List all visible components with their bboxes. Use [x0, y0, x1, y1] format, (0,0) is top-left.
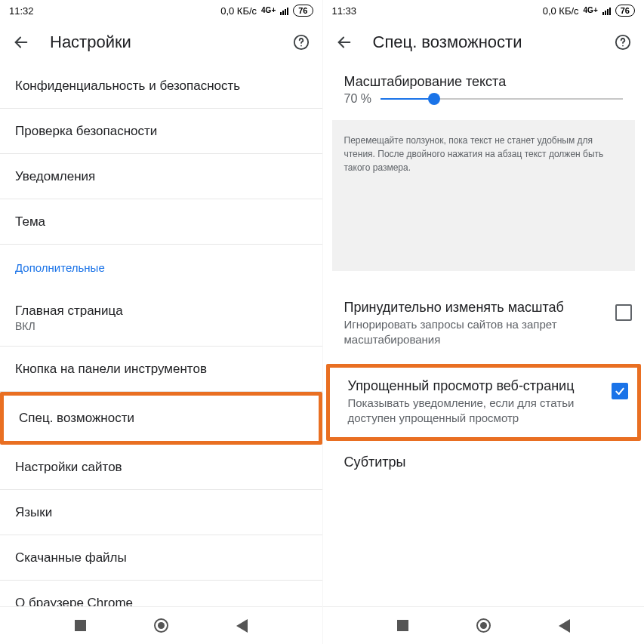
- setting-row-force-zoom[interactable]: Принудительно изменять масштаб Игнориров…: [323, 289, 645, 359]
- page-title: Спец. возможности: [373, 32, 595, 52]
- status-bar: 11:33 0,0 КБ/с 4G+ 76: [323, 0, 645, 21]
- settings-category-advanced: Дополнительные: [0, 245, 322, 290]
- status-network: 4G+: [261, 7, 276, 14]
- setting-title: Субтитры: [344, 454, 633, 470]
- nav-home-icon[interactable]: [476, 618, 491, 633]
- help-icon[interactable]: [291, 32, 312, 53]
- category-label: Дополнительные: [15, 261, 307, 274]
- app-bar: Настройки: [0, 21, 322, 63]
- setting-title: Упрощенный просмотр веб-страниц: [348, 378, 603, 394]
- settings-row-privacy[interactable]: Конфиденциальность и безопасность: [0, 63, 322, 109]
- status-data-rate: 0,0 КБ/с: [543, 5, 579, 17]
- settings-row-toolbar-button[interactable]: Кнопка на панели инструментов: [0, 347, 322, 392]
- setting-sub: Показывать уведомление, если для статьи …: [348, 396, 603, 427]
- settings-row-about[interactable]: О браузере Chrome: [0, 581, 322, 606]
- settings-row-homepage[interactable]: Главная страница ВКЛ: [0, 290, 322, 347]
- signal-icon: [280, 6, 288, 15]
- settings-row-languages[interactable]: Языки: [0, 490, 322, 535]
- highlight-accessibility: Спец. возможности: [0, 392, 322, 445]
- settings-row-accessibility[interactable]: Спец. возможности: [4, 396, 319, 441]
- text-scaling-slider[interactable]: [381, 91, 623, 106]
- row-label: Языки: [15, 505, 307, 520]
- settings-row-site-settings[interactable]: Настройки сайтов: [0, 445, 322, 490]
- screen-settings: 11:32 0,0 КБ/с 4G+ 76 Настройки Конфиден…: [0, 0, 322, 644]
- row-label: Настройки сайтов: [15, 460, 307, 475]
- status-bar: 11:32 0,0 КБ/с 4G+ 76: [0, 0, 322, 21]
- slider-fill: [381, 98, 434, 100]
- status-time: 11:33: [332, 5, 357, 17]
- preview-box: Перемещайте ползунок, пока текст не стан…: [332, 120, 636, 271]
- row-label: Кнопка на панели инструментов: [15, 362, 307, 377]
- row-label: Спец. возможности: [19, 411, 304, 426]
- svg-point-2: [300, 45, 302, 47]
- settings-list: Конфиденциальность и безопасность Провер…: [0, 63, 322, 606]
- row-label: Скачанные файлы: [15, 550, 307, 565]
- nav-back-icon[interactable]: [236, 619, 248, 633]
- status-network: 4G+: [584, 7, 598, 14]
- nav-recents-icon[interactable]: [75, 620, 86, 631]
- settings-row-safety[interactable]: Проверка безопасности: [0, 109, 322, 154]
- text-scaling-value: 70 %: [344, 92, 371, 106]
- row-sub: ВКЛ: [15, 320, 307, 332]
- screen-accessibility: 11:33 0,0 КБ/с 4G+ 76 Спец. возможности …: [322, 0, 645, 644]
- setting-sub: Игнорировать запросы сайтов на запрет ма…: [344, 317, 607, 348]
- row-label: Главная страница: [15, 304, 307, 319]
- row-label: О браузере Chrome: [15, 596, 307, 606]
- nav-bar: [0, 606, 322, 644]
- text-scaling-label: Масштабирование текста: [344, 74, 624, 90]
- app-bar: Спец. возможности: [323, 21, 645, 63]
- preview-text: Перемещайте ползунок, пока текст не стан…: [344, 134, 624, 174]
- settings-row-downloads[interactable]: Скачанные файлы: [0, 535, 322, 581]
- nav-recents-icon[interactable]: [397, 620, 408, 631]
- nav-back-icon[interactable]: [559, 619, 570, 633]
- setting-row-simplified-view[interactable]: Упрощенный просмотр веб-страниц Показыва…: [330, 368, 638, 438]
- settings-row-theme[interactable]: Тема: [0, 199, 322, 245]
- back-icon[interactable]: [334, 32, 355, 53]
- text-scaling-section: Масштабирование текста 70 %: [323, 63, 645, 114]
- status-right: 0,0 КБ/с 4G+ 76: [543, 5, 635, 17]
- signal-icon: [602, 6, 611, 15]
- status-time: 11:32: [9, 5, 34, 17]
- help-icon[interactable]: [612, 32, 633, 53]
- status-data-rate: 0,0 КБ/с: [220, 5, 257, 17]
- setting-title: Принудительно изменять масштаб: [344, 300, 607, 316]
- nav-home-icon[interactable]: [154, 618, 168, 633]
- svg-point-5: [622, 45, 624, 47]
- battery-indicator: 76: [615, 5, 635, 17]
- row-label: Уведомления: [15, 169, 307, 184]
- page-title: Настройки: [50, 32, 273, 52]
- settings-row-notifications[interactable]: Уведомления: [0, 154, 322, 199]
- back-icon[interactable]: [11, 32, 32, 53]
- status-right: 0,0 КБ/с 4G+ 76: [220, 5, 313, 17]
- highlight-simplified-view: Упрощенный просмотр веб-страниц Показыва…: [326, 364, 642, 442]
- setting-row-captions[interactable]: Субтитры: [323, 444, 645, 482]
- slider-thumb[interactable]: [428, 93, 440, 105]
- row-label: Тема: [15, 214, 307, 230]
- battery-indicator: 76: [293, 5, 313, 17]
- row-label: Проверка безопасности: [15, 124, 307, 139]
- row-label: Конфиденциальность и безопасность: [15, 79, 307, 94]
- nav-bar: [323, 606, 645, 644]
- checkbox-simplified-view[interactable]: [612, 383, 628, 399]
- checkbox-force-zoom[interactable]: [615, 304, 632, 321]
